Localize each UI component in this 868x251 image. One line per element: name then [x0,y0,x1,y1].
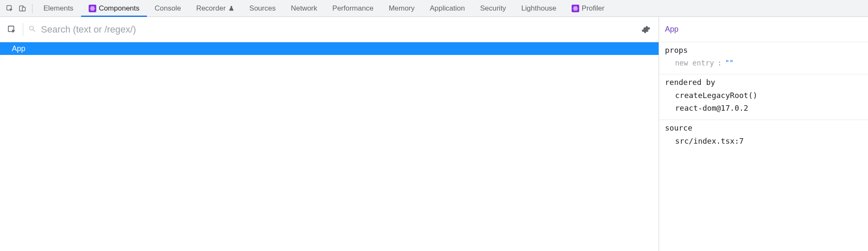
svg-point-12 [30,26,33,30]
colon: : [717,57,722,69]
inspect-element-toggle[interactable] [3,0,16,17]
tab-network[interactable]: Network [283,0,325,17]
tab-label: Recorder [196,4,226,13]
react-icon [89,5,96,12]
tab-elements[interactable]: Elements [36,0,81,17]
search-input[interactable] [41,24,634,35]
tab-label: Memory [389,4,415,13]
flask-icon [228,5,234,11]
rendered-by-line[interactable]: react-dom@17.0.2 [665,102,862,115]
section-title: source [665,123,862,132]
svg-point-6 [92,8,93,8]
settings-button[interactable] [639,23,653,36]
section-title: rendered by [665,78,862,87]
tab-memory[interactable]: Memory [381,0,422,17]
components-toolbar [0,17,659,42]
tab-label: Lighthouse [521,4,556,13]
element-picker-button[interactable] [6,24,18,35]
tab-console[interactable]: Console [147,0,188,17]
tree-node-label: App [12,44,25,53]
tab-label: Profiler [582,4,605,13]
svg-point-10 [575,8,576,8]
prop-key: new entry [675,57,714,69]
prop-row[interactable]: new entry: "" [665,57,862,69]
panel-body: App App props new entry: "" rendered by … [0,17,868,251]
tab-components[interactable]: Components [81,0,147,17]
rendered-by-line[interactable]: createLegacyRoot() [665,89,862,102]
component-tree: App [0,42,659,251]
tab-performance[interactable]: Performance [325,0,381,17]
tab-profiler[interactable]: Profiler [564,0,612,17]
device-toolbar-toggle[interactable] [16,0,29,17]
tree-node-app[interactable]: App [0,42,659,55]
tab-recorder[interactable]: Recorder [189,0,242,17]
prop-value: "" [725,57,733,69]
tab-application[interactable]: Application [422,0,472,17]
source-line[interactable]: src/index.tsx:7 [665,135,862,147]
devtools-tabstrip: Elements Components Console Recorder Sou… [0,0,868,17]
tab-label: Application [430,4,465,13]
divider [32,4,33,13]
rendered-by-section: rendered by createLegacyRoot() react-dom… [659,74,868,120]
tab-label: Console [155,4,181,13]
tab-label: Sources [250,4,276,13]
svg-line-13 [33,30,35,32]
source-section: source src/index.tsx:7 [659,120,868,153]
tab-security[interactable]: Security [472,0,513,17]
tab-label: Performance [332,4,373,13]
tab-lighthouse[interactable]: Lighthouse [514,0,564,17]
components-tree-panel: App [0,17,659,251]
tab-label: Security [480,4,506,13]
tab-sources[interactable]: Sources [242,0,283,17]
search-icon [28,25,36,34]
tab-label: Elements [43,4,73,13]
divider [23,23,23,36]
props-section: props new entry: "" [659,42,868,74]
selected-component-name: App [659,17,868,42]
tab-label: Components [99,4,139,13]
component-details-panel: App props new entry: "" rendered by crea… [659,17,868,251]
tab-label: Network [291,4,317,13]
section-title: props [665,46,862,55]
component-name-text: App [665,25,678,34]
svg-rect-2 [22,7,25,11]
react-icon [572,5,579,12]
